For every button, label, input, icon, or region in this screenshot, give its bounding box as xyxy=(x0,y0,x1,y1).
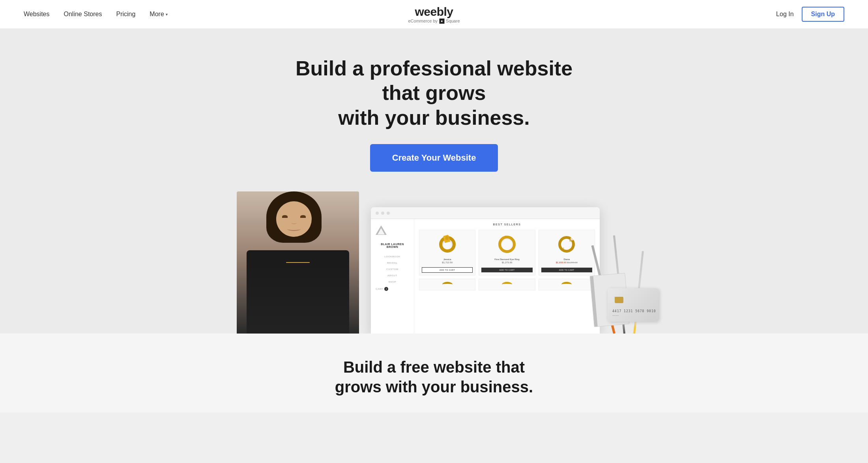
logo-wordmark: weebly xyxy=(415,5,453,19)
add-to-cart-1[interactable]: ADD TO CART xyxy=(422,267,473,273)
browser-mockup: BLAIR LAUREN BROWN LOOKBOOK BRIDAL CUSTO… xyxy=(371,207,600,334)
product-partial-1 xyxy=(419,279,475,291)
card-signature: ~~~~ xyxy=(612,314,619,317)
product-partial-2 xyxy=(479,279,535,291)
product-card-1: Jessica $1,712.50 ADD TO CART xyxy=(419,230,475,276)
browser-dot-1 xyxy=(376,212,379,215)
browser-content: BLAIR LAUREN BROWN LOOKBOOK BRIDAL CUSTO… xyxy=(371,219,600,334)
person-body xyxy=(247,250,349,334)
mockup-brand-name: BLAIR LAUREN BROWN xyxy=(376,243,409,248)
card-number: 4417 1231 5678 9010 xyxy=(612,309,656,313)
add-to-cart-2[interactable]: ADD TO CART xyxy=(481,268,532,272)
chevron-down-icon: ▾ xyxy=(166,12,168,17)
mockup-nav-shop: SHOP xyxy=(376,281,409,283)
mockup-triangle-logo xyxy=(376,225,387,236)
browser-dot-2 xyxy=(381,212,384,215)
nav-more[interactable]: More ▾ xyxy=(150,11,167,18)
nav-actions: Log In Sign Up xyxy=(776,7,844,22)
nav-websites[interactable]: Websites xyxy=(24,11,50,18)
product-name-1: Jessica xyxy=(422,258,473,261)
mockup-nav-about: ABOUT xyxy=(376,274,409,277)
mockup-cart-label: CART xyxy=(376,288,383,290)
navigation: Websites Online Stores Pricing More ▾ we… xyxy=(0,0,868,28)
logo-subtitle: eCommerce by ■ Square xyxy=(408,19,460,24)
mockup-nav-custom: CUSTOM xyxy=(376,268,409,270)
square-brand-icon: ■ xyxy=(439,19,444,24)
logo[interactable]: weebly eCommerce by ■ Square xyxy=(408,5,460,24)
hero-person-image xyxy=(237,191,359,334)
signup-button[interactable]: Sign Up xyxy=(802,7,844,22)
browser-dot-3 xyxy=(387,212,390,215)
login-link[interactable]: Log In xyxy=(776,11,793,18)
hero-section: Build a professional website that grows … xyxy=(0,28,868,334)
nav-more-label[interactable]: More xyxy=(150,11,164,18)
nav-links: Websites Online Stores Pricing More ▾ xyxy=(24,11,168,18)
credit-card-decoration: ~~~~~ 4417 1231 5678 9010 ~~~~ xyxy=(608,288,659,322)
hero-visual: BLAIR LAUREN BROWN LOOKBOOK BRIDAL CUSTO… xyxy=(0,191,868,334)
mockup-cart: CART 2 xyxy=(376,287,409,291)
nav-online-stores[interactable]: Online Stores xyxy=(64,11,102,18)
product-img-2 xyxy=(481,232,532,256)
hero-title: Build a professional website that grows … xyxy=(280,56,588,130)
product-card-2: Fine Diamond Eye Ring $1,275.00 ADD TO C… xyxy=(479,230,535,276)
create-website-button[interactable]: Create Your Website xyxy=(370,144,498,172)
product-name-2: Fine Diamond Eye Ring xyxy=(481,258,532,261)
mockup-cart-badge: 2 xyxy=(384,287,388,291)
nav-pricing[interactable]: Pricing xyxy=(116,11,135,18)
mockup-nav-lookbook: LOOKBOOK xyxy=(376,255,409,258)
below-fold-section: Build a free website that grows with you… xyxy=(0,334,868,412)
product-img-1 xyxy=(422,232,473,256)
product-price-2: $1,275.00 xyxy=(481,261,532,264)
browser-bar xyxy=(371,207,600,219)
below-fold-title: Build a free website that grows with you… xyxy=(16,357,852,397)
mockup-sidebar: BLAIR LAUREN BROWN LOOKBOOK BRIDAL CUSTO… xyxy=(371,219,414,334)
person-face xyxy=(276,201,312,237)
mockup-nav-bridal: BRIDAL xyxy=(376,262,409,264)
product-price-1: $1,712.50 xyxy=(422,261,473,264)
hero-decoration-right: ~~~~~ 4417 1231 5678 9010 ~~~~ xyxy=(568,199,663,334)
